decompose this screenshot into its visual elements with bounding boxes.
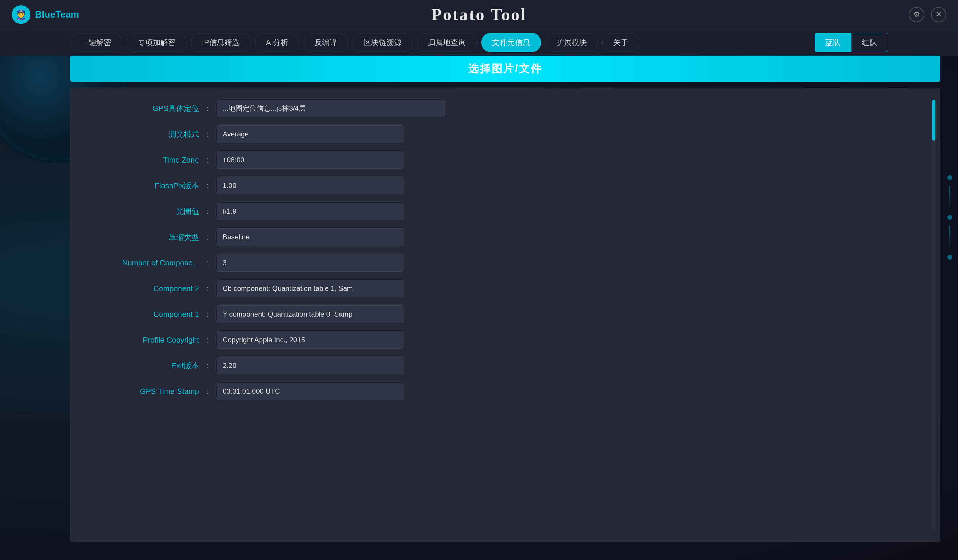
scroll-thumb — [932, 100, 936, 141]
close-button[interactable]: ✕ — [931, 7, 946, 22]
meta-label-timezone: Time Zone — [88, 155, 199, 165]
nav-one-key-decrypt[interactable]: 一键解密 — [70, 33, 122, 52]
close-icon: ✕ — [936, 10, 942, 19]
nav-file-meta[interactable]: 文件元信息 — [481, 33, 541, 52]
meta-label-gps-timestamp: GPS Time-Stamp — [88, 387, 199, 396]
meta-row-gps-timestamp: GPS Time-Stamp : 03:31:01.000 UTC — [88, 382, 923, 400]
meta-value-gps-timestamp: 03:31:01.000 UTC — [217, 382, 404, 400]
meta-sep-component1: : — [199, 310, 217, 319]
meta-sep-num-components: : — [199, 259, 217, 267]
meta-sep-timezone: : — [199, 155, 217, 165]
red-team-button[interactable]: 红队 — [851, 33, 888, 52]
meta-label-gps: GPS具体定位 — [88, 103, 199, 114]
meta-row-num-components: Number of Compone... : 3 — [88, 254, 923, 271]
meta-sep-exif: : — [199, 361, 217, 370]
nav-special-encrypt[interactable]: 专项加解密 — [127, 33, 186, 52]
nav-extensions[interactable]: 扩展模块 — [546, 33, 598, 52]
deco-line-2 — [949, 226, 950, 249]
deco-dot-2 — [947, 215, 952, 220]
titlebar: 👮 BlueTeam Potato Tool ⚙ ✕ — [0, 0, 958, 29]
meta-label-component1: Component 1 — [88, 310, 199, 319]
meta-label-num-components: Number of Compone... — [88, 259, 199, 267]
meta-value-exif: 2.20 — [217, 357, 404, 374]
metadata-panel: GPS具体定位 : ...地图定位信息...j3栋3/4层 测光模式 : Ave… — [70, 88, 941, 543]
logo-icon: 👮 — [15, 9, 27, 20]
meta-value-compression: Baseline — [217, 228, 404, 246]
meta-row-compression: 压缩类型 : Baseline — [88, 228, 923, 246]
settings-button[interactable]: ⚙ — [909, 7, 924, 22]
team-buttons: 蓝队 红队 — [815, 33, 888, 52]
nav-ai-analysis[interactable]: AI分析 — [255, 33, 299, 52]
meta-value-num-components: 3 — [217, 254, 404, 271]
navbar: 一键解密 专项加解密 IP信息筛选 AI分析 反编译 区块链溯源 归属地查询 文… — [0, 29, 958, 56]
meta-row-gps: GPS具体定位 : ...地图定位信息...j3栋3/4层 — [88, 100, 923, 117]
nav-about[interactable]: 关于 — [602, 33, 639, 52]
meta-value-component1: Y component: Quantization table 0, Samp — [217, 305, 404, 323]
meta-sep-metering: : — [199, 130, 217, 139]
deco-dot-1 — [947, 175, 952, 180]
titlebar-controls: ⚙ ✕ — [909, 7, 946, 22]
meta-label-profile-copyright: Profile Copyright — [88, 336, 199, 344]
scroll-track[interactable] — [932, 100, 936, 530]
meta-label-aperture: 光圈值 — [88, 206, 199, 217]
meta-sep-flashpix: : — [199, 181, 217, 190]
meta-value-flashpix: 1.00 — [217, 177, 404, 194]
meta-row-component2: Component 2 : Cb component: Quantization… — [88, 280, 923, 297]
meta-row-profile-copyright: Profile Copyright : Copyright Apple Inc.… — [88, 331, 923, 349]
meta-sep-gps: : — [199, 104, 217, 113]
meta-label-flashpix: FlashPix版本 — [88, 181, 199, 191]
meta-label-component2: Component 2 — [88, 284, 199, 293]
meta-sep-profile-copyright: : — [199, 336, 217, 344]
gear-icon: ⚙ — [913, 10, 920, 19]
blue-team-button[interactable]: 蓝队 — [815, 33, 851, 52]
deco-line-1 — [949, 186, 950, 209]
nav-blockchain[interactable]: 区块链溯源 — [353, 33, 412, 52]
meta-value-aperture: f/1.9 — [217, 203, 404, 220]
meta-value-gps: ...地图定位信息...j3栋3/4层 — [217, 100, 444, 117]
meta-value-profile-copyright: Copyright Apple Inc., 2015 — [217, 331, 404, 349]
meta-row-aperture: 光圈值 : f/1.9 — [88, 203, 923, 220]
meta-row-metering: 测光模式 : Average — [88, 125, 923, 143]
nav-ip-filter[interactable]: IP信息筛选 — [191, 33, 251, 52]
deco-dot-3 — [947, 255, 952, 260]
main-content: 选择图片/文件 GPS具体定位 : ...地图定位信息...j3栋3/4层 测光… — [70, 56, 941, 548]
nav-decompile[interactable]: 反编译 — [304, 33, 348, 52]
meta-sep-component2: : — [199, 284, 217, 293]
meta-label-exif: Exif版本 — [88, 361, 199, 371]
meta-row-exif: Exif版本 : 2.20 — [88, 357, 923, 374]
meta-sep-gps-timestamp: : — [199, 387, 217, 396]
logo-name: BlueTeam — [35, 9, 79, 20]
logo-avatar: 👮 — [12, 5, 30, 24]
file-select-button[interactable]: 选择图片/文件 — [70, 56, 941, 82]
right-decoration — [947, 175, 952, 260]
meta-value-timezone: +08:00 — [217, 151, 404, 169]
meta-sep-aperture: : — [199, 207, 217, 216]
meta-value-component2: Cb component: Quantization table 1, Sam — [217, 280, 404, 297]
meta-label-metering: 测光模式 — [88, 129, 199, 140]
app-logo: 👮 BlueTeam — [12, 5, 79, 24]
meta-value-metering: Average — [217, 125, 404, 143]
meta-row-component1: Component 1 : Y component: Quantization … — [88, 305, 923, 323]
meta-label-compression: 压缩类型 — [88, 232, 199, 242]
meta-sep-compression: : — [199, 233, 217, 242]
meta-row-timezone: Time Zone : +08:00 — [88, 151, 923, 169]
app-title: Potato Tool — [431, 5, 527, 24]
meta-row-flashpix: FlashPix版本 : 1.00 — [88, 177, 923, 194]
nav-geolocation[interactable]: 归属地查询 — [417, 33, 477, 52]
